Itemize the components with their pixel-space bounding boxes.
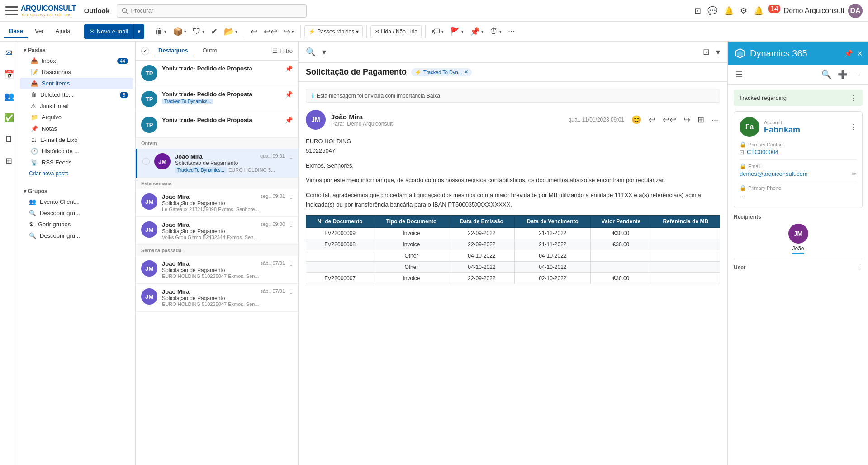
chat-icon[interactable]: 💬 [707,6,717,16]
clock-btn[interactable]: ⏱ ▾ [487,25,504,38]
email-list-header: ✓ Destaques Outro ☰ Filtro [136,42,298,61]
list-item[interactable]: TP Yoniv trade- Pedido de Proposta 📌 [136,61,298,86]
tasks-icon[interactable]: ✅ [1,110,17,126]
list-item[interactable]: JM João Mira seg., 09:00 Solicitação de … [136,217,298,245]
reply-all-btn[interactable]: ↩↩ [261,25,280,38]
undo-btn[interactable]: ↩ [248,25,260,38]
notification-icon[interactable]: 🔔 14 [754,6,778,16]
list-item[interactable]: JM João Mira seg., 09:01 Solicitação de … [136,189,298,217]
zoom-dropdown[interactable]: ▾ [320,45,328,59]
add-dynamics-icon[interactable]: ➕ [836,68,849,81]
view-btn[interactable]: ⊡ [701,45,711,59]
historico-icon: 🕐 [31,148,38,155]
email-radio[interactable] [142,158,150,165]
email-compose-icon[interactable]: ✏ [852,170,857,177]
folder-lixo[interactable]: 🗂 E-mail de Lixo [20,134,133,146]
folder-notas[interactable]: 📌 Notas [20,123,133,134]
forward-btn[interactable]: ↪ ▾ [281,25,297,38]
folder-arquivo[interactable]: 📁 Arquivo [20,112,133,123]
group-descobrir1[interactable]: 🔍 Descobrir gru... [18,207,135,219]
tab-destaques[interactable]: Destaques [153,45,194,56]
bell-icon[interactable]: 🔔 [724,6,734,16]
teams-icon[interactable]: ⊡ [694,6,701,16]
reply-all-btn2[interactable]: ↩↩ [661,113,678,127]
list-item[interactable]: JM João Mira sáb., 07/01 Solicitação de … [136,256,298,284]
list-item[interactable]: JM João Mira qua., 09:01 Solicitação de … [136,149,298,178]
pin-panel-icon[interactable]: 📌 [844,49,853,58]
create-folder[interactable]: Criar nova pasta [18,168,135,179]
notes-icon[interactable]: 🗒 [2,132,16,147]
crm-icon: ⊡ [740,149,744,155]
reply-btn[interactable]: ↩ [647,113,657,127]
contacts-icon[interactable]: 👥 [1,89,17,104]
divider-3 [300,25,301,38]
more-btn[interactable]: ··· [505,25,517,38]
folder-junk[interactable]: ⚠ Junk Email [20,100,133,112]
tracked-close-icon[interactable]: ✕ [464,69,468,75]
delete-btn[interactable]: 🗑 ▾ [152,25,169,38]
tab-ajuda[interactable]: Ajuda [50,25,76,38]
dynamics-icon [735,48,745,59]
email-content: João Mira seg., 09:01 Solicitação de Pag… [162,193,285,212]
sent-icon: 📤 [31,80,38,87]
archive-btn[interactable]: 📦 ▾ [170,25,189,38]
pin-btn[interactable]: 📌 ▾ [467,25,486,38]
check-btn[interactable]: ✔ [208,25,220,38]
group-descobrir2[interactable]: 🔍 Descobrir gru... [18,230,135,241]
folder-inbox[interactable]: 📥 Inbox 44 [20,55,133,66]
more-btn2[interactable]: ··· [710,113,720,127]
new-email-dropdown[interactable]: ▾ [133,24,144,39]
dynamics-header: Dynamics 365 📌 ✕ [728,42,868,65]
quick-steps-button[interactable]: ⚡ Passos rápidos ▾ [304,25,363,38]
user-more-icon[interactable]: ⋮ [855,263,863,272]
grupos-header[interactable]: ▾ Grupos [18,186,135,196]
zoom-btn[interactable]: 🔍 [304,45,318,59]
list-item[interactable]: TP Yoniv trade- Pedido de Proposta 📌 [136,112,298,138]
view-dropdown[interactable]: ▾ [714,45,722,59]
dynamics-toolbar: ☰ 🔍 ➕ ··· [728,65,868,85]
lida-button[interactable]: ✉ Lida / Não Lida [370,25,422,38]
folder-deleted[interactable]: 🗑 Deleted Ite... 5 [20,89,133,100]
logo-text: ARQUICONSULT [21,5,76,13]
group-gerir[interactable]: ⚙ Gerir grupos [18,219,135,230]
table-btn[interactable]: ⊞ [696,113,706,127]
folder-rascunhos[interactable]: 📝 Rascunhos [20,66,133,78]
close-panel-icon[interactable]: ✕ [857,49,863,58]
menu-icon[interactable] [5,5,18,17]
primary-contact-value[interactable]: ⊡ CTC000004 [740,149,857,155]
emoji-btn[interactable]: 😊 [630,113,643,127]
more-dynamics-icon[interactable]: ··· [852,68,863,81]
check-all-icon[interactable]: ✓ [141,47,149,55]
list-item[interactable]: TP Yoniv trade- Pedido de Proposta Track… [136,86,298,112]
tab-ver[interactable]: Ver [29,25,49,38]
tracked-more-icon[interactable]: ⋮ [850,94,857,102]
folder-historico[interactable]: 🕐 Histórico de ... [20,146,133,157]
folder-sent[interactable]: 📤 Sent Items [20,78,133,89]
folder-rss[interactable]: 📡 RSS Feeds [20,157,133,168]
tag-btn[interactable]: 🏷 ▾ [429,25,446,38]
tab-base[interactable]: Base [4,25,28,38]
account-name[interactable]: Fabrikam [764,125,800,135]
search-dynamics-icon[interactable]: 🔍 [820,68,833,81]
shield-btn[interactable]: 🛡 ▾ [190,25,207,38]
folder-header[interactable]: ▾ Pastas [18,45,135,55]
list-item[interactable]: JM João Mira sáb., 07/01 Solicitação de … [136,284,298,312]
settings-icon[interactable]: ⚙ [740,6,747,16]
menu-dynamics-icon[interactable]: ☰ [734,68,745,81]
move-btn[interactable]: 📂 ▾ [221,25,240,38]
filter-button[interactable]: ☰ Filtro [272,47,293,54]
forward-btn2[interactable]: ↪ [682,113,692,127]
calendar-icon[interactable]: 📅 [1,67,17,82]
email-content: Yoniv trade- Pedido de Proposta Tracked … [162,91,280,104]
col-ndoc: Nº de Documento [306,215,374,227]
tab-outro[interactable]: Outro [197,45,223,56]
user-area[interactable]: Demo Arquiconsult DA [784,4,863,18]
flag-btn[interactable]: 🚩 ▾ [447,25,466,38]
mail-icon[interactable]: ✉ [3,45,15,61]
group-evento[interactable]: 👥 Evento Client... [18,196,135,207]
junk-icon: ⚠ [31,103,36,109]
new-email-button[interactable]: ✉ Novo e-mail [84,24,133,39]
apps-icon[interactable]: ⊞ [3,153,15,169]
search-box[interactable]: Procurar [117,4,307,18]
account-more-icon[interactable]: ⋮ [849,123,857,132]
